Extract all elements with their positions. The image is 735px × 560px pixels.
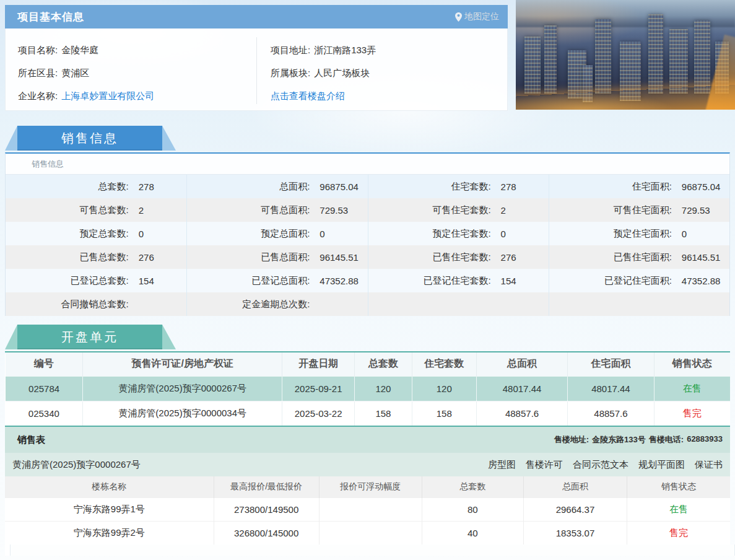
cell-residential: 120 bbox=[412, 376, 476, 401]
sales-info-cell-label: 总面积: bbox=[187, 181, 310, 193]
opening-units-column-header: 住宅套数 bbox=[412, 352, 476, 376]
sales-info-cell-label: 可售住宅套数: bbox=[368, 204, 491, 216]
sales-info-cell: 已登记总套数:154 bbox=[6, 269, 186, 292]
sales-info-cell-value: 96145.51 bbox=[672, 252, 729, 263]
sales-info-cell: 预定住宅面积:0 bbox=[549, 222, 729, 245]
bottom-spacer bbox=[10, 545, 735, 556]
sales-info-cell-label: 预定总套数: bbox=[6, 228, 129, 240]
sales-info-grid: 总套数:278总面积:96875.04住宅套数:278住宅面积:96875.04… bbox=[6, 175, 729, 316]
opening-units-banner: 开盘单元 bbox=[17, 325, 162, 349]
sales-info-cell-value: 47352.88 bbox=[310, 276, 367, 286]
opening-unit-row[interactable]: 025340黄浦房管(2025)预字0000034号2025-03-221581… bbox=[6, 401, 731, 426]
doc-link[interactable]: 售楼许可 bbox=[526, 459, 563, 471]
opening-units-banner-row: 开盘单元 bbox=[5, 325, 735, 351]
opening-units-banner-label: 开盘单元 bbox=[61, 329, 118, 346]
office-phone-value: 62883933 bbox=[687, 434, 723, 445]
cell-building: 宁海东路99弄2号 bbox=[5, 521, 214, 545]
sales-info-cell-value: 0 bbox=[491, 229, 549, 239]
sales-table-title: 销售表 bbox=[17, 434, 45, 446]
cell-total_area: 48017.44 bbox=[476, 376, 567, 401]
cell-total: 80 bbox=[422, 497, 523, 521]
doc-link[interactable]: 规划平面图 bbox=[638, 459, 685, 471]
project-info-header: 项目基本信息 地图定位 bbox=[5, 5, 508, 28]
cell-area: 18353.07 bbox=[523, 521, 627, 545]
sales-status-cell: 售完 bbox=[654, 401, 730, 426]
cell-date: 2025-03-22 bbox=[282, 401, 355, 426]
cell-total: 158 bbox=[355, 401, 412, 426]
sales-info-row: 预定总套数:0预定总面积:0预定住宅套数:0预定住宅面积:0 bbox=[6, 222, 729, 245]
sales-info-cell-value: 2 bbox=[129, 205, 187, 216]
sales-info-box: 销售信息 总套数:278总面积:96875.04住宅套数:278住宅面积:968… bbox=[5, 152, 730, 316]
sales-table-section: 销售表 售楼地址: 金陵东路133号 售楼电话: 62883933 黄浦房管(2… bbox=[5, 427, 730, 556]
sales-info-cell-label: 已登记住宅面积: bbox=[549, 275, 672, 287]
sales-info-cell-value: 276 bbox=[491, 252, 549, 263]
project-district-value: 黄浦区 bbox=[61, 68, 89, 78]
sales-info-subtitle: 销售信息 bbox=[6, 154, 729, 175]
doc-link[interactable]: 保证书 bbox=[695, 459, 723, 471]
cell-id: 025340 bbox=[6, 401, 83, 426]
cell-residential_area: 48857.6 bbox=[568, 401, 654, 426]
sales-info-cell-value: 0 bbox=[310, 229, 367, 239]
project-address-value: 浙江南路133弄 bbox=[314, 45, 376, 55]
sales-info-cell-value: 47352.88 bbox=[672, 276, 729, 286]
sales-info-cell-value: 2 bbox=[491, 205, 549, 216]
company-link[interactable]: 上海卓妙置业有限公司 bbox=[61, 90, 154, 101]
sales-info-cell-label: 已登记住宅套数: bbox=[368, 275, 491, 287]
cell-total: 120 bbox=[355, 376, 412, 401]
cell-total_area: 48857.6 bbox=[476, 401, 567, 426]
sales-info-cell: 可售住宅面积:729.53 bbox=[549, 198, 729, 222]
project-address-field: 项目地址:浙江南路133弄 bbox=[271, 38, 507, 61]
buildings-table-header-row: 楼栋名称最高报价/最低报价报价可浮动幅度总套数总面积销售状态 bbox=[5, 476, 730, 497]
project-basic-info-section: 项目基本信息 地图定位 项目名称:金陵华庭 所在区县:黄浦区 bbox=[0, 0, 735, 116]
sales-info-cell-label: 住宅套数: bbox=[368, 181, 491, 193]
doc-link[interactable]: 房型图 bbox=[488, 459, 516, 471]
project-info-body: 项目名称:金陵华庭 所在区县:黄浦区 企业名称:上海卓妙置业有限公司 项目地址:… bbox=[5, 28, 508, 111]
cell-area: 29664.37 bbox=[523, 497, 627, 521]
sales-info-cell: 已登记总面积:47352.88 bbox=[186, 269, 367, 292]
sales-info-cell: 预定总面积:0 bbox=[186, 222, 367, 245]
opening-units-header-row: 编号预售许可证/房地产权证开盘日期总套数住宅套数总面积住宅面积销售状态 bbox=[6, 352, 731, 376]
sales-info-cell-label: 已售总套数: bbox=[6, 252, 129, 263]
sales-info-cell: 可售总套数:2 bbox=[6, 198, 186, 222]
sales-info-cell: 预定住宅套数:0 bbox=[368, 222, 549, 245]
project-info-box: 项目基本信息 地图定位 项目名称:金陵华庭 所在区县:黄浦区 bbox=[5, 5, 508, 111]
sales-info-cell: 已售总面积:96145.51 bbox=[186, 245, 367, 269]
building-intro-link[interactable]: 点击查看楼盘介绍 bbox=[271, 90, 345, 101]
buildings-column-header: 楼栋名称 bbox=[5, 476, 214, 497]
sales-info-cell-value: 729.53 bbox=[672, 205, 729, 216]
buildings-table: 楼栋名称最高报价/最低报价报价可浮动幅度总套数总面积销售状态 宁海东路99弄1号… bbox=[5, 476, 730, 545]
sales-info-cell-value: 0 bbox=[129, 229, 187, 239]
sales-info-cell: 已售总套数:276 bbox=[6, 245, 186, 269]
sales-info-cell-value: 278 bbox=[129, 182, 187, 192]
buildings-column-header: 销售状态 bbox=[627, 476, 730, 497]
project-company-field: 企业名称:上海卓妙置业有限公司 bbox=[18, 84, 256, 107]
opening-units-column-header: 住宅面积 bbox=[568, 352, 654, 376]
opening-units-table: 编号预售许可证/房地产权证开盘日期总套数住宅套数总面积住宅面积销售状态 0257… bbox=[5, 352, 730, 426]
opening-unit-row[interactable]: 025784黄浦房管(2025)预字0000267号2025-09-211201… bbox=[6, 376, 731, 401]
map-locate-label: 地图定位 bbox=[464, 11, 499, 22]
sales-info-cell: 已售住宅套数:276 bbox=[368, 245, 549, 269]
opening-units-column-header: 总面积 bbox=[476, 352, 567, 376]
sales-office-contact: 售楼地址: 金陵东路133号 售楼电话: 62883933 bbox=[554, 434, 723, 445]
sales-info-cell bbox=[368, 292, 549, 316]
sales-info-row: 总套数:278总面积:96875.04住宅套数:278住宅面积:96875.04 bbox=[6, 175, 729, 198]
sales-table-license-bar: 黄浦房管(2025)预字0000267号 房型图售楼许可合同示范文本规划平面图保… bbox=[5, 453, 730, 476]
sales-status-cell: 在售 bbox=[654, 376, 730, 401]
sales-info-cell: 已登记住宅套数:154 bbox=[368, 269, 549, 292]
buildings-column-header: 总面积 bbox=[523, 476, 627, 497]
opening-units-column-header: 预售许可证/房地产权证 bbox=[83, 352, 282, 376]
sales-info-row: 可售总套数:2可售总面积:729.53可售住宅套数:2可售住宅面积:729.53 bbox=[6, 198, 729, 222]
page: 项目基本信息 地图定位 项目名称:金陵华庭 所在区县:黄浦区 bbox=[0, 0, 735, 560]
project-name-field: 项目名称:金陵华庭 bbox=[18, 38, 256, 61]
cell-license: 黄浦房管(2025)预字0000267号 bbox=[83, 376, 282, 401]
sales-info-cell-label: 总套数: bbox=[6, 181, 129, 193]
sales-info-cell-value: 154 bbox=[129, 276, 187, 286]
project-photo bbox=[516, 0, 735, 110]
sales-info-cell-label: 合同撤销总套数: bbox=[6, 299, 129, 310]
project-name-value: 金陵华庭 bbox=[61, 45, 98, 55]
doc-link[interactable]: 合同示范文本 bbox=[573, 459, 628, 471]
sales-info-cell-value: 278 bbox=[491, 182, 549, 192]
cell-date: 2025-09-21 bbox=[282, 376, 355, 401]
cell-residential: 158 bbox=[412, 401, 476, 426]
map-locate-link[interactable]: 地图定位 bbox=[455, 11, 499, 22]
